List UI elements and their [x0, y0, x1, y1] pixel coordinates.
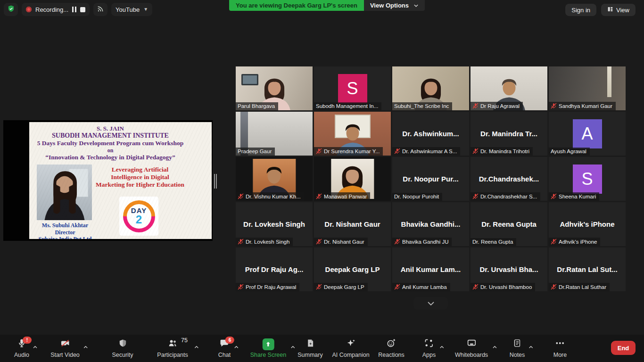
- participant-name-label: Sheena Kumari: [549, 192, 599, 201]
- participant-name-label: Bhavika Gandhi JU: [392, 238, 452, 246]
- start-video-button[interactable]: Start Video: [50, 338, 80, 358]
- top-bar: Recording... YouTube ▼: [4, 3, 152, 16]
- participant-tile[interactable]: Dr. Urvashi Bha...Dr. Urvashi Bhamboo: [471, 247, 547, 291]
- slide-topic: Leveraging Artificial Intelligence in Di…: [91, 166, 190, 189]
- participant-tile[interactable]: AAyush Agrawal: [549, 112, 626, 156]
- apps-icon: [424, 338, 434, 350]
- pause-recording-icon[interactable]: [72, 7, 76, 12]
- participant-tile[interactable]: Pradeep Gaur: [236, 112, 313, 156]
- video-options-caret[interactable]: [83, 342, 88, 351]
- notes-label: Notes: [510, 352, 525, 358]
- reactions-label: Reactions: [378, 352, 405, 358]
- live-stream-button[interactable]: [93, 3, 107, 16]
- muted-mic-icon: [394, 239, 400, 245]
- participant-tile[interactable]: Adhvik's iPhoneAdhvik's iPhone: [549, 202, 626, 246]
- participant-name-label: Ayush Agrawal: [549, 148, 590, 156]
- participant-tile[interactable]: Parul Bhargava: [236, 66, 313, 110]
- chat-options-caret[interactable]: [234, 342, 239, 351]
- viewing-screen-message: You are viewing Deepak Garg LP's screen: [229, 0, 364, 11]
- share-screen-icon: [263, 338, 274, 350]
- notes-options-caret[interactable]: [528, 342, 533, 351]
- ai-companion-button[interactable]: AI Companion: [332, 338, 369, 358]
- muted-mic-icon: [472, 148, 479, 154]
- share-options-caret[interactable]: [290, 342, 296, 351]
- bottom-toolbar: ! Audio Start Video Security: [0, 335, 644, 362]
- muted-mic-icon: [551, 193, 557, 199]
- recording-control[interactable]: Recording...: [22, 3, 90, 16]
- participant-tile[interactable]: Dr. Lovkesh SinghDr. Lovkesh Singh: [236, 202, 313, 246]
- audio-label: Audio: [14, 352, 29, 358]
- participant-tile[interactable]: Dr.Ratan Lal Sut...Dr.Ratan Lal Suthar: [549, 247, 626, 291]
- apps-button[interactable]: Apps: [422, 338, 436, 358]
- smiley-plus-icon: [386, 338, 397, 350]
- participant-tile[interactable]: Dr. Vishnu Kumar Kh...: [236, 157, 313, 201]
- more-label: More: [553, 352, 567, 358]
- chat-button[interactable]: 6 Chat: [218, 338, 231, 358]
- chat-unread-badge: 6: [225, 337, 234, 344]
- participant-tile[interactable]: Dr.Chandrashek...Dr.Chandrashekhar S...: [471, 157, 547, 201]
- participant-tile[interactable]: Manawati Panwar: [314, 157, 391, 201]
- notes-button[interactable]: Notes: [510, 338, 525, 358]
- participant-tile[interactable]: Dr. Manindra Tr...Dr. Manindra Trihotri: [471, 112, 547, 156]
- participant-name-label: Dr. Noopur Purohit: [392, 193, 442, 201]
- participant-tile[interactable]: Anil Kumar Lam...Anil Kumar Lamba: [392, 247, 469, 291]
- whiteboards-button[interactable]: Whiteboards: [455, 338, 488, 358]
- participant-name-label: Anil Kumar Lamba: [392, 283, 450, 291]
- chevron-down-icon: [413, 2, 419, 9]
- youtube-stream-dropdown[interactable]: YouTube ▼: [111, 3, 152, 16]
- participant-tile[interactable]: Dr Raju Agrawal: [471, 66, 547, 110]
- end-meeting-button[interactable]: End: [611, 341, 636, 355]
- next-page-button[interactable]: [413, 297, 448, 310]
- muted-mic-icon: [551, 103, 557, 109]
- stop-recording-icon[interactable]: [80, 7, 85, 12]
- participant-tile[interactable]: SSubodh Management In...: [314, 66, 391, 110]
- speaker-photo: [37, 165, 92, 220]
- participant-name-label: Prof Dr Raju Agrawal: [236, 283, 299, 291]
- view-layout-button[interactable]: View: [601, 4, 636, 16]
- security-button[interactable]: Security: [112, 338, 133, 358]
- participant-tile[interactable]: Dr Surendra Kumar Y...: [314, 112, 391, 156]
- participants-button[interactable]: 75 Participants: [157, 338, 188, 358]
- audio-options-caret[interactable]: [33, 342, 38, 351]
- more-button[interactable]: More: [553, 338, 567, 358]
- participant-tile[interactable]: Dr. Noopur Pur...Dr. Noopur Purohit: [392, 157, 469, 201]
- recording-dot-icon: [26, 7, 32, 12]
- participant-tile[interactable]: Dr. Reena GuptaDr. Reena Gupta: [471, 202, 547, 246]
- security-label: Security: [112, 352, 133, 358]
- audio-alert-badge: !: [23, 337, 32, 344]
- participant-tile[interactable]: Dr. Ashwinkum...Dr. Ashwinkumar A S...: [392, 112, 469, 156]
- participants-options-caret[interactable]: [194, 342, 199, 351]
- participant-tile[interactable]: Bhavika Gandhi...Bhavika Gandhi JU: [392, 202, 469, 246]
- participant-name-label: Dr. Lovkesh Singh: [236, 238, 293, 246]
- participant-tile[interactable]: Prof Dr Raju Ag...Prof Dr Raju Agrawal: [236, 247, 313, 291]
- apps-label: Apps: [422, 352, 436, 358]
- participant-tile[interactable]: SSheena Kumari: [549, 157, 626, 201]
- reactions-button[interactable]: Reactions: [378, 338, 405, 358]
- shared-screen-panel[interactable]: S. S. JAIN SUBODH MANAGEMENT INSTITUTE 5…: [3, 120, 213, 241]
- view-options-dropdown[interactable]: View Options: [364, 0, 425, 11]
- video-grid: Parul BhargavaSSubodh Management In...Su…: [236, 66, 626, 291]
- whiteboards-label: Whiteboards: [455, 352, 488, 358]
- muted-mic-icon: [316, 148, 322, 154]
- broadcast-icon: [97, 5, 104, 14]
- participant-tile[interactable]: Dr. Nishant GaurDr. Nishant Gaur: [314, 202, 391, 246]
- audio-button[interactable]: ! Audio: [14, 338, 29, 358]
- panel-resize-handle[interactable]: [214, 174, 217, 189]
- share-screen-button[interactable]: Share Screen: [250, 338, 286, 358]
- participant-tile[interactable]: Deepak Garg LPDeepak Garg LP: [314, 247, 391, 291]
- participant-tile[interactable]: Subuhi_The Scribe Inc: [392, 66, 469, 110]
- notebook-icon: [512, 338, 522, 350]
- participant-tile[interactable]: Sandhya Kumari Gaur: [549, 66, 626, 110]
- whiteboards-options-caret[interactable]: [492, 342, 497, 351]
- whiteboard-icon: [466, 338, 477, 350]
- participant-name-label: Dr. Nishant Gaur: [314, 238, 368, 246]
- slide-heading: S. S. JAIN SUBODH MANAGEMENT INSTITUTE 5…: [29, 125, 191, 161]
- summary-button[interactable]: Summary: [297, 338, 322, 358]
- sign-in-button[interactable]: Sign in: [565, 4, 596, 16]
- more-dots-icon: [555, 338, 565, 350]
- security-shield-button[interactable]: [4, 3, 18, 16]
- apps-options-caret[interactable]: [439, 342, 444, 351]
- shield-check-icon: [7, 5, 15, 14]
- muted-mic-icon: [238, 284, 244, 290]
- participant-name-label: Subuhi_The Scribe Inc: [392, 102, 452, 110]
